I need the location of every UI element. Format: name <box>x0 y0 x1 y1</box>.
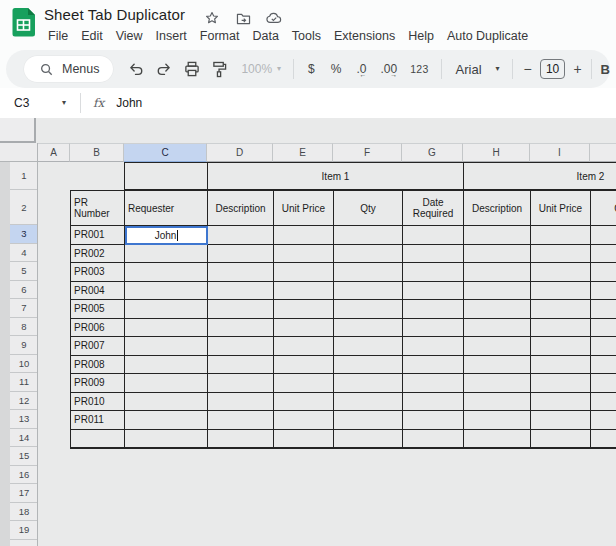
cell-H14[interactable] <box>464 430 531 449</box>
row-header-20[interactable]: 20 <box>10 540 38 546</box>
cell-J7[interactable] <box>591 300 616 319</box>
col-header-partial[interactable] <box>590 143 616 162</box>
currency-format-button[interactable]: $ <box>308 62 315 76</box>
cell-D14[interactable] <box>208 430 274 449</box>
cell-J10[interactable] <box>591 356 616 375</box>
cell-I6[interactable] <box>531 282 591 301</box>
menu-edit[interactable]: Edit <box>79 29 105 43</box>
cell-G4[interactable] <box>403 245 464 264</box>
name-box-dropdown-icon[interactable]: ▾ <box>62 99 66 107</box>
font-dropdown-icon[interactable]: ▾ <box>496 65 500 73</box>
percent-format-button[interactable]: % <box>331 62 342 76</box>
cell-G5[interactable] <box>403 263 464 282</box>
col-header-A[interactable]: A <box>38 143 70 162</box>
increase-decimal-button[interactable]: .00→ <box>380 62 397 76</box>
cell-F9[interactable] <box>334 337 403 356</box>
cell-E13[interactable] <box>274 411 334 430</box>
bold-button[interactable]: B <box>601 62 610 77</box>
cell-G11[interactable] <box>403 374 464 393</box>
cell-D3[interactable] <box>208 226 274 245</box>
font-family-select[interactable]: Arial <box>456 62 482 77</box>
cell-E8[interactable] <box>274 319 334 338</box>
row-header-3[interactable]: 3 <box>10 225 38 244</box>
cell-B13[interactable]: PR011 <box>71 411 125 430</box>
cell-I5[interactable] <box>531 263 591 282</box>
row-header-6[interactable]: 6 <box>10 281 38 300</box>
cell-C12[interactable] <box>125 393 208 412</box>
cell-G2[interactable]: Date Required <box>403 191 464 226</box>
cell-B7[interactable]: PR005 <box>71 300 125 319</box>
decrease-font-size-button[interactable]: − <box>524 61 532 77</box>
menu-file[interactable]: File <box>46 29 70 43</box>
cell-C11[interactable] <box>125 374 208 393</box>
row-header-15[interactable]: 15 <box>10 447 38 466</box>
cell-B11[interactable]: PR009 <box>71 374 125 393</box>
cell-B9[interactable]: PR007 <box>71 337 125 356</box>
menu-extensions[interactable]: Extensions <box>332 29 397 43</box>
cell-H9[interactable] <box>464 337 531 356</box>
cell-I13[interactable] <box>531 411 591 430</box>
row-header-17[interactable]: 17 <box>10 484 38 503</box>
row-header-16[interactable]: 16 <box>10 466 38 485</box>
cell-C5[interactable] <box>125 263 208 282</box>
cell-E12[interactable] <box>274 393 334 412</box>
cell-I11[interactable] <box>531 374 591 393</box>
cell-C1[interactable] <box>125 163 208 189</box>
cell-G3[interactable] <box>403 226 464 245</box>
cell-B5[interactable]: PR003 <box>71 263 125 282</box>
cell-C8[interactable] <box>125 319 208 338</box>
cell-D11[interactable] <box>208 374 274 393</box>
cloud-saved-icon[interactable] <box>265 9 283 27</box>
zoom-level[interactable]: 100% <box>241 62 272 76</box>
cell-C10[interactable] <box>125 356 208 375</box>
cell-D6[interactable] <box>208 282 274 301</box>
row-header-19[interactable]: 19 <box>10 521 38 540</box>
cell-F5[interactable] <box>334 263 403 282</box>
cell-J11[interactable] <box>591 374 616 393</box>
cell-B12[interactable]: PR010 <box>71 393 125 412</box>
row-header-13[interactable]: 13 <box>10 410 38 429</box>
cell-F11[interactable] <box>334 374 403 393</box>
cell-C4[interactable] <box>125 245 208 264</box>
cell-E10[interactable] <box>274 356 334 375</box>
cell-I8[interactable] <box>531 319 591 338</box>
col-header-F[interactable]: F <box>333 143 402 162</box>
cell-B14[interactable] <box>71 430 125 449</box>
row-header-8[interactable]: 8 <box>10 318 38 337</box>
paint-format-icon[interactable] <box>211 60 229 78</box>
cell-F7[interactable] <box>334 300 403 319</box>
cell-C9[interactable] <box>125 337 208 356</box>
cell-J12[interactable] <box>591 393 616 412</box>
cell-G12[interactable] <box>403 393 464 412</box>
cell-G10[interactable] <box>403 356 464 375</box>
cell-C2[interactable]: Requester <box>125 191 208 226</box>
row-header-12[interactable]: 12 <box>10 392 38 411</box>
row-header-14[interactable]: 14 <box>10 429 38 448</box>
cell-H11[interactable] <box>464 374 531 393</box>
menu-data[interactable]: Data <box>250 29 280 43</box>
more-formats-button[interactable]: 123 <box>410 63 428 75</box>
menus-search-button[interactable]: Menus <box>24 56 113 82</box>
select-all-corner[interactable] <box>0 118 36 143</box>
cell-E2[interactable]: Unit Price <box>274 191 334 226</box>
cell-I4[interactable] <box>531 245 591 264</box>
increase-font-size-button[interactable]: + <box>573 61 581 77</box>
cell-H3[interactable] <box>464 226 531 245</box>
row-header-5[interactable]: 5 <box>10 262 38 281</box>
print-icon[interactable] <box>183 60 201 78</box>
menu-auto-duplicate[interactable]: Auto Duplicate <box>445 29 530 43</box>
row-header-4[interactable]: 4 <box>10 244 38 263</box>
cell-H4[interactable] <box>464 245 531 264</box>
cell-F6[interactable] <box>334 282 403 301</box>
col-header-D[interactable]: D <box>207 143 273 162</box>
cell-F3[interactable] <box>334 226 403 245</box>
document-title[interactable]: Sheet Tab Duplicator <box>44 6 185 23</box>
cell-E3[interactable] <box>274 226 334 245</box>
cell-F13[interactable] <box>334 411 403 430</box>
cell-F12[interactable] <box>334 393 403 412</box>
undo-icon[interactable] <box>128 60 146 78</box>
cell-H8[interactable] <box>464 319 531 338</box>
cell-D2[interactable]: Description <box>208 191 274 226</box>
cell-I9[interactable] <box>531 337 591 356</box>
cell-H13[interactable] <box>464 411 531 430</box>
